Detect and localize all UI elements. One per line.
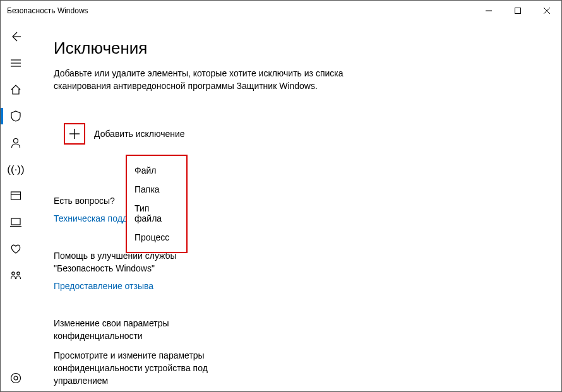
close-button[interactable] xyxy=(532,1,561,21)
back-arrow-icon xyxy=(10,31,21,42)
page-title: Исключения xyxy=(54,39,536,58)
body: ((·)) Исключения Добавьте или удалите эл… xyxy=(1,21,561,391)
feedback-heading: Помощь в улучшении службы "Безопасность … xyxy=(54,250,218,275)
svg-rect-9 xyxy=(11,192,21,199)
network-icon: ((·)) xyxy=(7,164,24,175)
minimize-icon xyxy=(486,8,492,14)
sidebar-item-account-protection[interactable] xyxy=(1,129,31,156)
shield-icon xyxy=(10,110,21,122)
minimize-button[interactable] xyxy=(474,1,503,21)
sidebar-item-device-performance[interactable] xyxy=(1,235,31,262)
hamburger-button[interactable] xyxy=(1,50,31,76)
svg-point-15 xyxy=(14,376,18,380)
sidebar-item-device-security[interactable] xyxy=(1,209,31,235)
privacy-body: Просмотрите и измените параметры конфиде… xyxy=(54,349,218,388)
hamburger-icon xyxy=(10,57,21,69)
svg-rect-11 xyxy=(11,218,20,225)
sidebar-item-app-browser-control[interactable] xyxy=(1,182,31,209)
sidebar-item-virus-protection[interactable] xyxy=(1,103,31,129)
sidebar-item-firewall[interactable]: ((·)) xyxy=(1,156,31,182)
app-control-icon xyxy=(10,190,21,201)
add-exclusion-dropdown: Файл Папка Тип файла Процесс xyxy=(126,155,188,253)
dropdown-item-process[interactable]: Процесс xyxy=(127,228,186,247)
home-icon xyxy=(10,84,21,95)
maximize-icon xyxy=(515,8,521,14)
svg-point-14 xyxy=(17,272,20,275)
dropdown-item-file[interactable]: Файл xyxy=(127,161,186,180)
window-controls xyxy=(474,1,561,21)
dropdown-item-file-type[interactable]: Тип файла xyxy=(127,199,186,228)
add-exclusion-button[interactable] xyxy=(64,123,85,145)
window-root: Безопасность Windows xyxy=(0,0,562,392)
back-button[interactable] xyxy=(1,23,31,50)
svg-point-13 xyxy=(12,272,15,275)
add-exclusion-row: Добавить исключение xyxy=(64,123,536,145)
privacy-section: Изменение свои параметры конфиденциально… xyxy=(54,318,218,387)
heart-icon xyxy=(10,243,21,254)
privacy-heading: Изменение свои параметры конфиденциально… xyxy=(54,318,218,342)
titlebar: Безопасность Windows xyxy=(1,1,561,21)
device-icon xyxy=(10,217,21,228)
feedback-link[interactable]: Предоставление отзыва xyxy=(54,281,218,291)
sidebar-item-family-options[interactable] xyxy=(1,262,31,288)
window-title: Безопасность Windows xyxy=(7,6,88,15)
feedback-section: Помощь в улучшении службы "Безопасность … xyxy=(54,250,218,291)
sidebar-item-home[interactable] xyxy=(1,76,31,103)
svg-point-8 xyxy=(14,139,18,143)
sidebar-item-settings[interactable] xyxy=(1,365,31,391)
person-icon xyxy=(10,137,21,148)
svg-rect-1 xyxy=(515,8,521,14)
svg-point-16 xyxy=(11,374,21,383)
sidebar: ((·)) xyxy=(1,21,31,391)
close-icon xyxy=(544,8,550,14)
maximize-button[interactable] xyxy=(503,1,532,21)
content-area: Исключения Добавьте или удалите элементы… xyxy=(31,21,561,391)
dropdown-item-folder[interactable]: Папка xyxy=(127,180,186,199)
add-exclusion-label: Добавить исключение xyxy=(94,129,185,139)
gear-icon xyxy=(10,372,21,384)
page-description: Добавьте или удалите элементы, которые х… xyxy=(54,67,357,93)
plus-icon xyxy=(69,128,80,140)
family-icon xyxy=(10,270,21,281)
